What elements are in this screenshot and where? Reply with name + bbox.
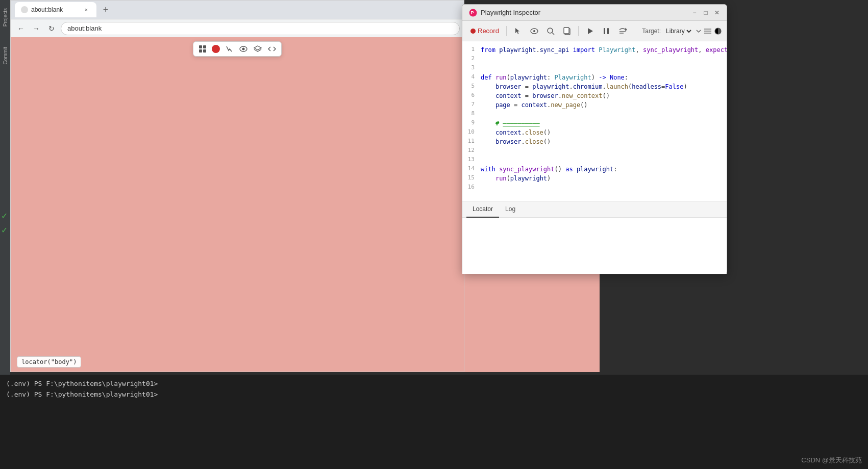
pick-icon[interactable]: [224, 44, 234, 54]
svg-rect-0: [199, 45, 202, 48]
target-label: Target:: [642, 28, 661, 35]
code-line-14: 14 with sync_playwright() as playwright:: [462, 165, 727, 174]
minimize-button[interactable]: −: [691, 9, 698, 16]
browser-tab-about-blank[interactable]: about:blank ×: [15, 2, 96, 17]
ide-check-icon: ✓: [1, 211, 8, 221]
code-line-15: 15 run(playwright): [462, 174, 727, 183]
toolbar-sep2: [578, 26, 579, 36]
tab-close-button[interactable]: ×: [82, 6, 90, 14]
code-line-10: 10 context.close(): [462, 128, 727, 137]
svg-marker-14: [588, 28, 593, 34]
record-dot-icon[interactable]: [212, 45, 220, 53]
svg-rect-2: [199, 49, 202, 53]
svg-line-11: [552, 33, 554, 35]
svg-point-10: [548, 28, 553, 33]
code-line-6: 6 context = browser.new_context(): [462, 91, 727, 100]
code-line-9: 9 # ——————————: [462, 119, 727, 128]
theme-icon[interactable]: [714, 28, 722, 35]
code-line-5: 5 browser = playwright.chromium.launch(h…: [462, 82, 727, 91]
nav-reload-button[interactable]: ↻: [45, 22, 58, 35]
nav-forward-button[interactable]: →: [30, 22, 42, 35]
address-text: about:blank: [67, 24, 102, 32]
pause-button[interactable]: [599, 24, 613, 38]
code-line-4: 4 def run(playwright: Playwright) -> Non…: [462, 73, 727, 82]
copy-button[interactable]: [560, 24, 574, 38]
ide-tab-commit[interactable]: Commit: [2, 43, 9, 68]
terminal-panel: (.env) PS F:\pythonitems\playwright01> (…: [0, 375, 868, 469]
playwright-logo-icon: P: [468, 8, 478, 17]
grid-icon[interactable]: [197, 44, 208, 54]
svg-point-5: [242, 48, 245, 50]
svg-rect-1: [203, 45, 206, 48]
code-line-11: 11 browser.close(): [462, 137, 727, 146]
locator-badge: locator("body"): [17, 356, 81, 368]
inspector-log-content: [462, 218, 727, 274]
tab-log[interactable]: Log: [499, 201, 522, 218]
inspector-title-text: Playwright Inspector: [481, 9, 540, 16]
csdn-watermark: CSDN @景天科技苑: [801, 456, 862, 465]
playwright-inspector-panel: P Playwright Inspector − □ ✕ Record: [462, 4, 727, 274]
floating-toolbar: [193, 41, 282, 57]
inspector-tab-bar: Locator Log: [462, 201, 727, 218]
svg-rect-15: [604, 28, 605, 34]
tab-favicon: [21, 6, 28, 13]
inspector-code-area: 1 from playwright.sync_api import Playwr…: [462, 41, 727, 201]
pick-locator-button[interactable]: [511, 24, 525, 38]
code-line-8: 8: [462, 110, 727, 119]
toolbar-separator: [506, 26, 507, 36]
inspector-toolbar: Record: [462, 21, 727, 41]
code-line-13: 13: [462, 155, 727, 165]
step-button[interactable]: [615, 24, 630, 38]
ide-tab-projects[interactable]: Projects: [2, 4, 9, 31]
new-tab-button[interactable]: +: [98, 3, 113, 17]
inspector-bottom-panel: Locator Log: [462, 201, 727, 274]
svg-rect-13: [564, 28, 569, 34]
svg-rect-3: [203, 49, 206, 53]
address-bar[interactable]: about:blank: [61, 22, 460, 35]
svg-rect-16: [607, 28, 609, 34]
record-dot-icon: [470, 29, 476, 34]
list-icon: [704, 28, 711, 34]
terminal-line-2: (.env) PS F:\pythonitems\playwright01>: [6, 389, 862, 400]
dropdown-arrow-icon: [696, 30, 701, 33]
explore-button[interactable]: [543, 24, 558, 38]
code-line-16: 16: [462, 183, 727, 192]
layers-icon[interactable]: [253, 44, 263, 54]
eye-icon[interactable]: [238, 44, 249, 54]
svg-text:P: P: [471, 10, 474, 15]
inspector-title: P Playwright Inspector: [468, 8, 540, 17]
record-label: Record: [478, 27, 499, 35]
code-line-2: 2: [462, 55, 727, 64]
ide-check2-icon: ✓: [1, 225, 8, 235]
code-line-12: 12: [462, 146, 727, 155]
highlight-button[interactable]: [527, 24, 541, 38]
close-button[interactable]: ✕: [713, 9, 721, 16]
tab-locator[interactable]: Locator: [466, 201, 499, 218]
locator-text: locator("body"): [21, 358, 77, 366]
terminal-line-1: (.env) PS F:\pythonitems\playwright01>: [6, 379, 862, 389]
inspector-titlebar: P Playwright Inspector − □ ✕: [462, 5, 727, 21]
code-line-3: 3: [462, 64, 727, 73]
browser-tabs-bar: about:blank × +: [11, 1, 464, 19]
window-controls: − □ ✕: [691, 9, 721, 16]
code-line-7: 7 page = context.new_page(): [462, 100, 727, 110]
target-select[interactable]: Library: [664, 27, 693, 35]
browser-window: about:blank × + ← → ↻ about:blank: [10, 0, 464, 372]
svg-point-9: [533, 30, 535, 32]
run-button[interactable]: [583, 24, 597, 38]
code-line-1: 1 from playwright.sync_api import Playwr…: [462, 45, 727, 55]
tab-title: about:blank: [31, 6, 63, 13]
nav-back-button[interactable]: ←: [15, 22, 27, 35]
code-icon[interactable]: [267, 44, 277, 54]
maximize-button[interactable]: □: [702, 9, 709, 16]
browser-toolbar: ← → ↻ about:blank: [11, 19, 464, 37]
browser-chrome: about:blank × + ← → ↻ about:blank: [11, 1, 464, 37]
browser-content-area: locator("body"): [11, 37, 464, 372]
record-button[interactable]: Record: [467, 25, 502, 37]
target-area: Target: Library: [642, 27, 722, 35]
